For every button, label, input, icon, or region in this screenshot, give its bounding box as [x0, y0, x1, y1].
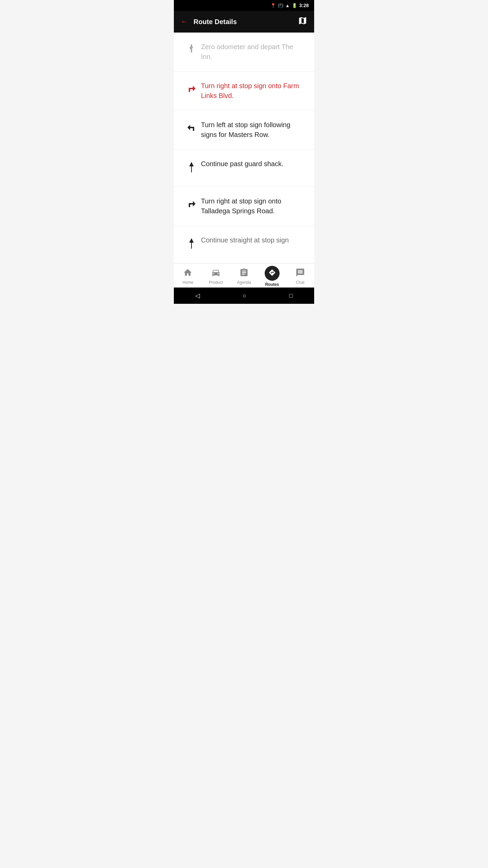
- routes-icon: [268, 269, 276, 278]
- route-text-6: Continue straight at stop sign: [201, 235, 306, 245]
- route-icon-3: [182, 120, 201, 134]
- route-content: Zero odometer and depart The Inn. Turn r…: [174, 33, 314, 263]
- route-icon-6: [182, 235, 201, 250]
- home-icon: [183, 268, 192, 279]
- route-text-5: Turn right at stop sign onto Talladega S…: [201, 196, 306, 216]
- route-icon-2: [182, 81, 201, 95]
- header: ← Route Details: [174, 11, 314, 33]
- agenda-icon: [239, 268, 249, 279]
- android-recent-button[interactable]: □: [289, 292, 293, 299]
- route-item-3: Turn left at stop sign following signs f…: [174, 111, 314, 150]
- status-bar: 📍 📳 ▲ 🔋 3:28: [174, 0, 314, 11]
- routes-active-container: [265, 266, 280, 281]
- agenda-label: Agenda: [237, 280, 251, 285]
- nav-item-routes[interactable]: Routes: [258, 266, 286, 287]
- route-icon-5: [182, 196, 201, 210]
- route-item-2: Turn right at stop sign onto Farm Links …: [174, 72, 314, 111]
- nav-item-chat[interactable]: Chat: [286, 268, 314, 285]
- status-time: 3:28: [299, 3, 309, 8]
- map-icon[interactable]: [298, 16, 307, 27]
- bottom-nav: Home Product Agenda Routes: [174, 263, 314, 288]
- chat-label: Chat: [296, 280, 304, 285]
- product-label: Product: [209, 280, 223, 285]
- android-home-button[interactable]: ○: [243, 292, 246, 299]
- route-item-1: Zero odometer and depart The Inn.: [174, 33, 314, 72]
- android-nav-bar: ◁ ○ □: [174, 288, 314, 304]
- back-button[interactable]: ←: [181, 17, 188, 26]
- battery-icon: 🔋: [292, 3, 297, 8]
- nav-item-home[interactable]: Home: [174, 268, 202, 285]
- vibrate-icon: 📳: [278, 3, 283, 8]
- route-text-1: Zero odometer and depart The Inn.: [201, 42, 306, 62]
- route-item-4: Continue past guard shack.: [174, 150, 314, 187]
- route-item-6: Continue straight at stop sign: [174, 226, 314, 263]
- route-icon-1: [182, 42, 201, 57]
- page-title: Route Details: [194, 18, 298, 26]
- nav-item-product[interactable]: Product: [202, 268, 230, 285]
- status-icons: 📍 📳 ▲ 🔋 3:28: [270, 3, 309, 8]
- location-icon: 📍: [270, 3, 276, 8]
- nav-item-agenda[interactable]: Agenda: [230, 268, 258, 285]
- routes-label: Routes: [265, 282, 279, 287]
- android-back-button[interactable]: ◁: [195, 292, 200, 299]
- route-text-3: Turn left at stop sign following signs f…: [201, 120, 306, 140]
- route-icon-4: [182, 159, 201, 174]
- chat-icon: [296, 268, 305, 279]
- route-item-5: Turn right at stop sign onto Talladega S…: [174, 187, 314, 226]
- home-label: Home: [182, 280, 193, 285]
- route-text-4: Continue past guard shack.: [201, 159, 306, 169]
- route-text-2: Turn right at stop sign onto Farm Links …: [201, 81, 306, 101]
- signal-icon: ▲: [285, 3, 290, 8]
- car-icon: [211, 268, 221, 279]
